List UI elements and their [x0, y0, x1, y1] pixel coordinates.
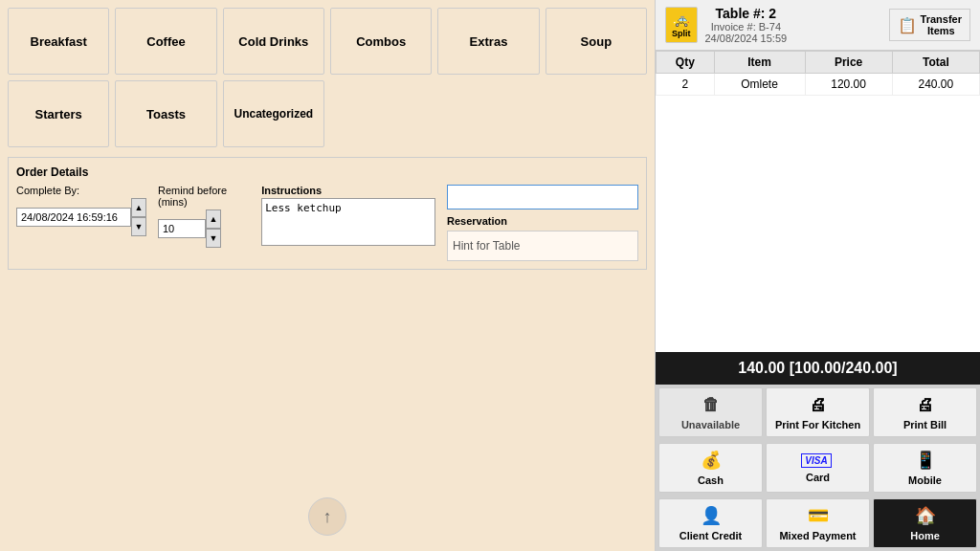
- transfer-icon: 📋: [898, 16, 917, 34]
- order-details-title: Order Details: [16, 165, 638, 179]
- action-buttons-row3: 👤 Client Credit 💳 Mixed Payment 🏠 Home: [656, 496, 980, 551]
- mixed-payment-button[interactable]: 💳 Mixed Payment: [766, 498, 870, 548]
- category-cold-drinks[interactable]: Cold Drinks: [223, 8, 324, 75]
- split-button[interactable]: 🚕 Split: [665, 7, 698, 43]
- right-panel: 🚕 Split Table #: 2 Invoice #: B-74 24/08…: [655, 0, 980, 551]
- category-soup[interactable]: Soup: [546, 8, 647, 75]
- split-icon: 🚕: [673, 11, 689, 27]
- menu-grid-row2: Starters Toasts Uncategorized: [8, 80, 647, 147]
- mixed-payment-icon: 💳: [808, 505, 829, 526]
- unavailable-button[interactable]: 🗑 Unavailable: [658, 387, 763, 437]
- instructions-textarea[interactable]: Less ketchup: [261, 198, 435, 246]
- trash-icon: 🗑: [702, 395, 720, 415]
- remind-input[interactable]: [158, 219, 206, 238]
- mobile-button[interactable]: 📱 Mobile: [873, 443, 977, 493]
- total-text: 140.00 [100.00/240.00]: [738, 360, 897, 376]
- home-button[interactable]: 🏠 Home: [873, 498, 977, 548]
- complete-by-input[interactable]: [16, 208, 131, 227]
- table-row[interactable]: 2 Omlete 120.00 240.00: [657, 74, 980, 96]
- visa-icon: VISA: [801, 453, 834, 468]
- table-header: 🚕 Split Table #: 2 Invoice #: B-74 24/08…: [656, 0, 980, 51]
- action-buttons-row1: 🗑 Unavailable 🖨 Print For Kitchen 🖨 Prin…: [656, 385, 980, 440]
- print-bill-icon: 🖨: [917, 395, 934, 415]
- category-coffee[interactable]: Coffee: [115, 8, 216, 75]
- home-label: Home: [910, 530, 940, 541]
- remind-field: Remind before (mins) ▲ ▼: [158, 185, 250, 248]
- total-bar: 140.00 [100.00/240.00]: [656, 352, 980, 385]
- cash-label: Cash: [698, 474, 724, 486]
- complete-by-label: Complete By:: [16, 185, 146, 196]
- invoice-number: Invoice #: B-74: [705, 21, 788, 33]
- row-qty: 2: [657, 74, 715, 96]
- print-kitchen-icon: 🖨: [810, 395, 827, 415]
- table-details: Table #: 2 Invoice #: B-74 24/08/2024 15…: [705, 6, 788, 44]
- remind-label: Remind before (mins): [158, 185, 250, 208]
- complete-by-up[interactable]: ▲: [131, 198, 146, 217]
- col-item: Item: [714, 52, 805, 74]
- reservation-area: Reservation: [447, 185, 638, 261]
- category-breakfast[interactable]: Breakfast: [8, 8, 109, 75]
- card-button[interactable]: VISA Card: [766, 443, 870, 493]
- col-qty: Qty: [657, 52, 715, 74]
- mobile-icon: 📱: [915, 450, 936, 471]
- upload-button[interactable]: ↑: [308, 497, 346, 536]
- left-panel: Breakfast Coffee Cold Drinks Combos Extr…: [0, 0, 655, 551]
- mixed-payment-label: Mixed Payment: [779, 530, 856, 541]
- remind-up[interactable]: ▲: [206, 209, 221, 229]
- complete-by-field: Complete By: ▲ ▼: [16, 185, 146, 236]
- table-info: 🚕 Split Table #: 2 Invoice #: B-74 24/08…: [665, 6, 787, 44]
- split-label: Split: [672, 29, 691, 38]
- col-price: Price: [805, 52, 892, 74]
- row-total: 240.00: [892, 74, 979, 96]
- cash-icon: 💰: [701, 450, 722, 471]
- action-buttons-row2: 💰 Cash VISA Card 📱 Mobile: [656, 440, 980, 496]
- client-credit-button[interactable]: 👤 Client Credit: [658, 498, 763, 548]
- print-kitchen-label: Print For Kitchen: [775, 419, 860, 430]
- col-total: Total: [892, 52, 979, 74]
- instructions-field: Instructions Less ketchup: [261, 185, 435, 250]
- print-kitchen-button[interactable]: 🖨 Print For Kitchen: [766, 387, 870, 437]
- reservation-top-input[interactable]: [447, 185, 638, 209]
- mobile-label: Mobile: [908, 474, 942, 486]
- transfer-label: Transfer Items: [921, 13, 962, 36]
- order-table: Qty Item Price Total 2 Omlete 120.00 240…: [656, 51, 980, 96]
- category-starters[interactable]: Starters: [8, 80, 109, 147]
- menu-grid-row1: Breakfast Coffee Cold Drinks Combos Extr…: [8, 8, 647, 75]
- row-price: 120.00: [805, 74, 892, 96]
- category-extras[interactable]: Extras: [437, 8, 539, 75]
- category-combos[interactable]: Combos: [330, 8, 432, 75]
- row-item: Omlete: [714, 74, 805, 96]
- card-label: Card: [806, 472, 830, 483]
- client-credit-label: Client Credit: [679, 530, 742, 541]
- print-bill-label: Print Bill: [903, 419, 947, 430]
- instructions-label: Instructions: [261, 185, 435, 196]
- print-bill-button[interactable]: 🖨 Print Bill: [873, 387, 977, 437]
- table-title: Table #: 2: [705, 6, 788, 21]
- category-uncategorized[interactable]: Uncategorized: [223, 80, 324, 147]
- reservation-hint-input[interactable]: [447, 231, 638, 261]
- client-credit-icon: 👤: [701, 505, 722, 526]
- cash-button[interactable]: 💰 Cash: [658, 443, 763, 493]
- transfer-items-button[interactable]: 📋 Transfer Items: [889, 9, 970, 41]
- remind-down[interactable]: ▼: [206, 229, 221, 248]
- order-table-container: Qty Item Price Total 2 Omlete 120.00 240…: [656, 51, 980, 352]
- home-icon: 🏠: [915, 505, 936, 526]
- reservation-label: Reservation: [447, 215, 638, 227]
- order-details-section: Order Details Complete By: ▲ ▼ Remind be…: [8, 157, 647, 270]
- unavailable-label: Unavailable: [681, 419, 740, 430]
- category-toasts[interactable]: Toasts: [115, 80, 216, 147]
- complete-by-down[interactable]: ▼: [131, 217, 146, 236]
- table-datetime: 24/08/2024 15:59: [705, 33, 788, 44]
